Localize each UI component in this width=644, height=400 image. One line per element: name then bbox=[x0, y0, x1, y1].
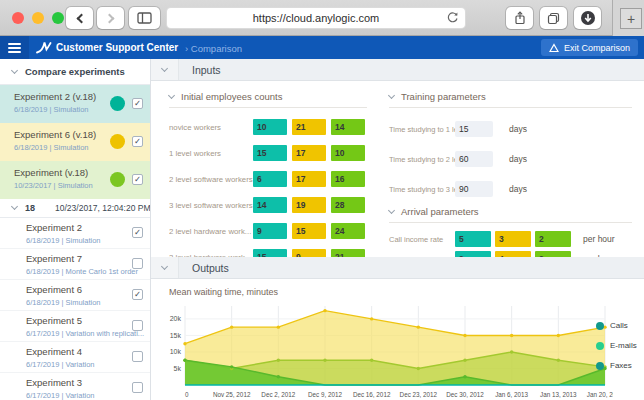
x-axis-tick-label: Jan 13, 2013 bbox=[540, 391, 577, 398]
experiment-meta: 6/17/2019 | Variation bbox=[26, 391, 150, 400]
experiment-row[interactable]: Experiment 36/17/2019 | Variation bbox=[0, 373, 150, 400]
minimize-window-button[interactable] bbox=[32, 12, 44, 24]
experiment-row[interactable]: Experiment 56/17/2019 | Variation with r… bbox=[0, 311, 150, 342]
checkbox[interactable]: ✓ bbox=[132, 98, 143, 109]
checkbox[interactable] bbox=[132, 320, 143, 331]
input-value-cell: 21 bbox=[292, 119, 326, 135]
forward-button[interactable] bbox=[97, 7, 124, 29]
experiment-meta: 6/17/2019 | Variation bbox=[26, 360, 150, 369]
arrival-group-header[interactable]: Arrival parameters bbox=[389, 206, 632, 223]
input-value-field[interactable]: 90 bbox=[455, 181, 493, 197]
inputs-collapse-cell[interactable] bbox=[151, 59, 179, 80]
compare-experiments-title: Compare experiments bbox=[25, 66, 125, 77]
chevron-down-icon[interactable] bbox=[11, 66, 18, 73]
close-window-button[interactable] bbox=[12, 12, 24, 24]
share-button[interactable] bbox=[506, 7, 533, 29]
experiment-row[interactable]: Experiment 26/18/2019 | Simulation✓ bbox=[0, 218, 150, 249]
y-axis-tick-label: 15k bbox=[170, 332, 182, 339]
training-group-header[interactable]: Training parameters bbox=[389, 91, 632, 108]
url-text: https://cloud.anylogic.com bbox=[253, 12, 380, 24]
input-label: 3 level software workers bbox=[169, 201, 253, 210]
outputs-collapse-cell[interactable] bbox=[151, 257, 179, 278]
experiment-row[interactable]: Experiment 46/17/2019 | Variation bbox=[0, 342, 150, 373]
legend-dot bbox=[596, 322, 604, 330]
legend-item[interactable]: E-mails bbox=[596, 341, 640, 350]
chevron-down-icon[interactable] bbox=[388, 91, 395, 98]
checkbox[interactable] bbox=[132, 258, 143, 269]
experiment-color-dot bbox=[110, 96, 125, 111]
employees-rows: novice workers1021141 level workers15171… bbox=[169, 114, 367, 270]
menu-button[interactable] bbox=[0, 36, 29, 59]
checkbox[interactable]: ✓ bbox=[132, 289, 143, 300]
downloads-button[interactable] bbox=[574, 7, 601, 29]
experiment-meta: 6/18/2019 | Simulation bbox=[14, 143, 150, 152]
input-value-cell: 14 bbox=[253, 197, 287, 213]
input-value-cell: 17 bbox=[292, 171, 326, 187]
chevron-down-icon[interactable] bbox=[161, 64, 168, 71]
experiment-meta: 10/23/2017 | Simulation bbox=[14, 181, 150, 190]
training-rows: Time studying to 1 level15daysTime study… bbox=[389, 114, 632, 204]
checkbox[interactable] bbox=[132, 351, 143, 362]
selected-experiment-row[interactable]: Experiment (v.18)10/23/2017 | Simulation… bbox=[0, 161, 150, 199]
browser-toolbar: https://cloud.anylogic.com + bbox=[0, 0, 644, 36]
input-label: 2 level software workers bbox=[169, 175, 253, 184]
experiment-name: Experiment 6 (v.18) bbox=[14, 129, 150, 140]
input-value-cell: 5 bbox=[455, 231, 491, 247]
employees-group-header[interactable]: Initial employees counts bbox=[169, 91, 367, 108]
experiment-color-dot bbox=[110, 134, 125, 149]
comparison-main: Inputs Initial employees counts novice w… bbox=[151, 59, 644, 400]
checkbox[interactable] bbox=[132, 382, 143, 393]
checkbox[interactable]: ✓ bbox=[132, 136, 143, 147]
input-unit: days bbox=[509, 124, 527, 134]
chevron-down-icon[interactable] bbox=[388, 206, 395, 213]
chevron-down-icon[interactable] bbox=[11, 203, 18, 210]
back-icon bbox=[76, 13, 86, 23]
parameters-column: Training parameters Time studying to 1 l… bbox=[389, 91, 632, 257]
inputs-section-title: Inputs bbox=[192, 64, 221, 76]
exit-comparison-button[interactable]: Exit Comparison bbox=[541, 39, 638, 56]
chart-legend: CallsE-mailsFaxes bbox=[596, 321, 640, 381]
compare-experiments-header[interactable]: Compare experiments bbox=[0, 59, 150, 85]
experiment-group-header[interactable]: 18 10/23/2017, 12:04:20 PM bbox=[0, 199, 150, 218]
selected-experiment-row[interactable]: Experiment 6 (v.18)6/18/2019 | Simulatio… bbox=[0, 123, 150, 161]
group-version: 18 bbox=[25, 203, 35, 213]
legend-item[interactable]: Faxes bbox=[596, 361, 640, 370]
chevron-down-icon[interactable] bbox=[161, 262, 168, 269]
tabs-overview-button[interactable] bbox=[540, 7, 567, 29]
new-tab-button[interactable]: + bbox=[620, 8, 642, 29]
inputs-section-header[interactable]: Inputs bbox=[151, 59, 644, 81]
back-button[interactable] bbox=[66, 7, 93, 29]
checkbox[interactable]: ✓ bbox=[132, 174, 143, 185]
selected-experiment-row[interactable]: Experiment 2 (v.18)6/18/2019 | Simulatio… bbox=[0, 85, 150, 123]
chart-title: Mean waiting time, minutes bbox=[169, 287, 644, 297]
experiment-row[interactable]: Experiment 66/18/2019 | Simulation✓ bbox=[0, 280, 150, 311]
employee-input-row: 3 level software workers141928 bbox=[169, 192, 367, 218]
tab-bar-edge: + bbox=[612, 0, 644, 36]
zoom-window-button[interactable] bbox=[52, 12, 64, 24]
experiment-meta: 6/18/2019 | Monte Carlo 1st order bbox=[26, 267, 150, 276]
input-value-cell: 24 bbox=[331, 223, 365, 239]
experiment-meta: 6/17/2019 | Variation with replicati... bbox=[26, 329, 150, 338]
legend-dot bbox=[596, 362, 604, 370]
chevron-down-icon[interactable] bbox=[168, 91, 175, 98]
input-value-field[interactable]: 60 bbox=[455, 151, 493, 167]
checkbox[interactable]: ✓ bbox=[132, 227, 143, 238]
input-value-field[interactable]: 15 bbox=[455, 121, 493, 137]
experiment-meta: 6/18/2019 | Simulation bbox=[14, 105, 150, 114]
reload-icon[interactable] bbox=[446, 11, 459, 24]
sidebar-toggle-button[interactable] bbox=[129, 7, 160, 29]
input-unit: days bbox=[509, 154, 527, 164]
legend-item[interactable]: Calls bbox=[596, 321, 640, 330]
anylogic-logo bbox=[36, 40, 52, 55]
address-bar[interactable]: https://cloud.anylogic.com bbox=[166, 7, 466, 29]
outputs-section-header[interactable]: Outputs bbox=[151, 257, 644, 279]
legend-label: E-mails bbox=[610, 341, 637, 350]
training-group-title: Training parameters bbox=[401, 91, 486, 102]
input-value-cell: 15 bbox=[253, 145, 287, 161]
x-axis-tick-label: Jan 6, 2013 bbox=[495, 391, 528, 398]
employee-input-row: 2 level hardware work...91524 bbox=[169, 218, 367, 244]
experiment-row[interactable]: Experiment 76/18/2019 | Monte Carlo 1st … bbox=[0, 249, 150, 280]
experiment-meta: 6/18/2019 | Simulation bbox=[26, 298, 150, 307]
input-value-cell: 16 bbox=[331, 171, 365, 187]
employees-group-title: Initial employees counts bbox=[181, 91, 282, 102]
